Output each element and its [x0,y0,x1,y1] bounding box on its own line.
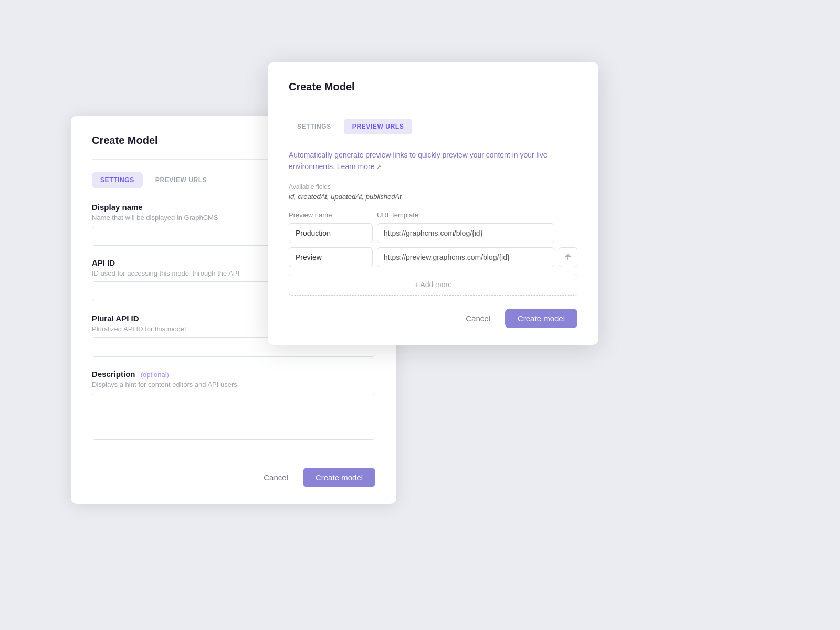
preview-description: Automatically generate preview links to … [289,149,578,173]
bg-cancel-button[interactable]: Cancel [255,468,297,487]
description-optional: (optional) [141,371,169,379]
bg-create-model-button[interactable]: Create model [303,468,375,487]
preview-row-preview: 🗑 [289,247,578,267]
preview-name-input-2[interactable] [289,247,373,267]
description-hint: Displays a hint for content editors and … [92,381,375,388]
delete-icon: 🗑 [564,253,572,261]
tab-settings-fg[interactable]: SETTINGS [289,119,340,134]
bg-dialog-footer: Cancel Create model [92,455,375,487]
fg-cancel-button[interactable]: Cancel [457,309,499,328]
col-preview-name: Preview name [289,211,373,219]
fg-divider [289,106,578,106]
preview-table-header: Preview name URL template [289,211,578,219]
external-link-icon: ↗ [376,164,381,170]
fg-dialog-title: Create Model [289,81,578,93]
tab-settings-bg[interactable]: SETTINGS [92,172,143,188]
description-group: Description (optional) Displays a hint f… [92,370,375,442]
available-fields-label: Available fields [289,183,578,191]
description-textarea[interactable] [92,393,375,440]
tab-preview-urls-bg[interactable]: PREVIEW URLS [147,172,216,188]
preview-url-input-1[interactable] [377,223,554,243]
learn-more-link[interactable]: Learn more ↗ [337,162,381,171]
fg-tabs-row: SETTINGS PREVIEW URLS [289,119,578,134]
preview-urls-dialog: Create Model SETTINGS PREVIEW URLS Autom… [268,62,598,345]
preview-row-production [289,223,578,243]
add-more-button[interactable]: + Add more [289,274,578,296]
available-fields-value: id, createdAt, updatedAt, publishedAt [289,193,578,201]
tab-preview-urls-fg[interactable]: PREVIEW URLS [344,119,413,134]
delete-row-2-button[interactable]: 🗑 [559,247,578,267]
fg-create-model-button[interactable]: Create model [505,309,578,328]
col-url-template: URL template [377,211,554,219]
description-label: Description (optional) [92,370,375,379]
preview-url-input-2[interactable] [377,247,554,267]
fg-dialog-footer: Cancel Create model [289,296,578,328]
preview-name-input-1[interactable] [289,223,373,243]
